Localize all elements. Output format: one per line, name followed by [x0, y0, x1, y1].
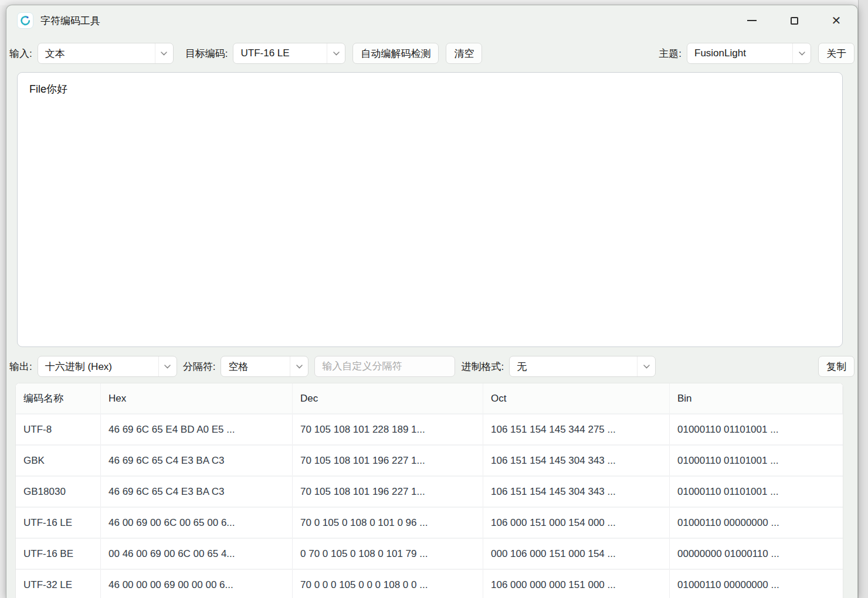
hex-cell: 46 00 69 00 6C 00 65 00 6...: [101, 508, 293, 538]
output-label: 输出:: [9, 360, 32, 373]
chevron-down-icon: [158, 356, 177, 376]
bin-cell: 01000110 01101001 ...: [670, 477, 843, 507]
bin-cell: 01000110 01101001 ...: [670, 414, 843, 444]
column-header-bin: Bin: [670, 383, 843, 413]
base-format-value: 无: [510, 356, 637, 376]
base-format-select[interactable]: 无: [509, 356, 656, 377]
input-label: 输入:: [9, 47, 32, 60]
titlebar[interactable]: 字符编码工具 ✕: [6, 5, 857, 36]
chevron-down-icon: [792, 43, 811, 63]
about-button[interactable]: 关于: [818, 43, 855, 64]
hex-cell: 46 00 00 00 69 00 00 00 6...: [101, 570, 293, 598]
chevron-down-icon: [155, 43, 173, 63]
base-format-label: 进制格式:: [461, 360, 504, 373]
theme-label: 主题:: [659, 47, 681, 60]
clear-button[interactable]: 清空: [446, 43, 482, 64]
theme-select[interactable]: FusionLight: [687, 43, 811, 64]
window-title: 字符编码工具: [40, 14, 100, 28]
app-icon: [17, 12, 33, 29]
table-row[interactable]: GB18030 46 69 6C 65 C4 E3 BA C3 70 105 1…: [16, 475, 843, 507]
encoding-name-cell: UTF-32 LE: [16, 570, 101, 598]
encoding-name-cell: UTF-16 LE: [16, 508, 101, 538]
close-button[interactable]: ✕: [815, 5, 857, 36]
encoding-name-cell: UTF-8: [16, 414, 101, 444]
target-encoding-value: UTF-16 LE: [233, 43, 327, 63]
encoding-name-cell: GBK: [16, 446, 101, 475]
app-window: 字符编码工具 ✕ 输入: 文本 目标编码: UTF-16 LE 自动编解码检测 …: [6, 5, 858, 598]
copy-button[interactable]: 复制: [818, 356, 855, 377]
output-toolbar: 输出: 十六进制 (Hex) 分隔符: 空格 进制格式: 无 复制: [6, 350, 857, 383]
dec-cell: 70 105 108 101 196 227 1...: [293, 446, 483, 475]
output-format-value: 十六进制 (Hex): [38, 356, 158, 376]
hex-cell: 46 69 6C 65 C4 E3 BA C3: [101, 477, 293, 507]
refresh-swirl-icon: [19, 15, 31, 26]
bin-cell: 01000110 00000000 ...: [670, 570, 843, 598]
oct-cell: 106 151 154 145 344 275 ...: [483, 414, 670, 444]
oct-cell: 106 000 000 000 151 000 ...: [483, 570, 670, 598]
table-row[interactable]: UTF-8 46 69 6C 65 E4 BD A0 E5 ... 70 105…: [16, 413, 843, 444]
minimize-button[interactable]: [731, 5, 773, 36]
maximize-icon: [791, 17, 798, 25]
target-encoding-select[interactable]: UTF-16 LE: [233, 43, 345, 64]
desktop-background-right: [858, 0, 868, 598]
input-type-value: 文本: [38, 43, 155, 63]
oct-cell: 000 106 000 151 000 154 ...: [483, 539, 670, 569]
encoding-name-cell: UTF-16 BE: [16, 539, 101, 569]
bin-cell: 01000110 01101001 ...: [670, 446, 843, 475]
separator-value: 空格: [221, 356, 290, 376]
table-header-row: 编码名称 Hex Dec Oct Bin: [16, 383, 843, 413]
input-type-select[interactable]: 文本: [38, 43, 174, 64]
bin-cell: 01000110 00000000 ...: [670, 508, 843, 538]
dec-cell: 70 105 108 101 228 189 1...: [293, 414, 483, 444]
table-row[interactable]: UTF-16 LE 46 00 69 00 6C 00 65 00 6... 7…: [16, 507, 843, 538]
separator-select[interactable]: 空格: [221, 356, 308, 377]
chevron-down-icon: [637, 356, 655, 376]
hex-cell: 46 69 6C 65 C4 E3 BA C3: [101, 446, 293, 475]
oct-cell: 106 151 154 145 304 343 ...: [483, 477, 670, 507]
dec-cell: 70 105 108 101 196 227 1...: [293, 477, 483, 507]
hex-cell: 46 69 6C 65 E4 BD A0 E5 ...: [101, 414, 293, 444]
encoding-name-cell: GB18030: [16, 477, 101, 507]
column-header-hex: Hex: [101, 383, 293, 413]
column-header-dec: Dec: [293, 383, 483, 413]
minimize-icon: [747, 20, 757, 21]
top-toolbar: 输入: 文本 目标编码: UTF-16 LE 自动编解码检测 清空 主题: Fu…: [6, 36, 857, 71]
output-format-select[interactable]: 十六进制 (Hex): [38, 356, 177, 377]
table-row[interactable]: GBK 46 69 6C 65 C4 E3 BA C3 70 105 108 1…: [16, 444, 843, 475]
chevron-down-icon: [290, 356, 308, 376]
oct-cell: 106 000 151 000 154 000 ...: [483, 508, 670, 538]
maximize-button[interactable]: [773, 5, 815, 36]
hex-cell: 00 46 00 69 00 6C 00 65 4...: [101, 539, 293, 569]
oct-cell: 106 151 154 145 304 343 ...: [483, 446, 670, 475]
theme-value: FusionLight: [687, 43, 792, 63]
target-encoding-label: 目标编码:: [185, 47, 228, 60]
dec-cell: 70 0 105 0 108 0 101 0 96 ...: [293, 508, 483, 538]
auto-detect-button[interactable]: 自动编解码检测: [352, 43, 439, 64]
table-row[interactable]: UTF-16 BE 00 46 00 69 00 6C 00 65 4... 0…: [16, 538, 843, 569]
dec-cell: 0 70 0 105 0 108 0 101 79 ...: [293, 539, 483, 569]
input-textarea[interactable]: File你好: [17, 72, 843, 347]
table-row[interactable]: UTF-32 LE 46 00 00 00 69 00 00 00 6... 7…: [16, 569, 843, 598]
close-icon: ✕: [832, 15, 842, 26]
encoding-results-table: 编码名称 Hex Dec Oct Bin UTF-8 46 69 6C 65 E…: [15, 383, 843, 598]
column-header-name: 编码名称: [16, 383, 101, 413]
bin-cell: 00000000 01000110 ...: [670, 539, 843, 569]
separator-label: 分隔符:: [183, 360, 216, 373]
chevron-down-icon: [327, 43, 345, 63]
custom-separator-input[interactable]: [314, 356, 455, 377]
dec-cell: 70 0 0 0 105 0 0 0 108 0 0 ...: [293, 570, 483, 598]
column-header-oct: Oct: [483, 383, 670, 413]
